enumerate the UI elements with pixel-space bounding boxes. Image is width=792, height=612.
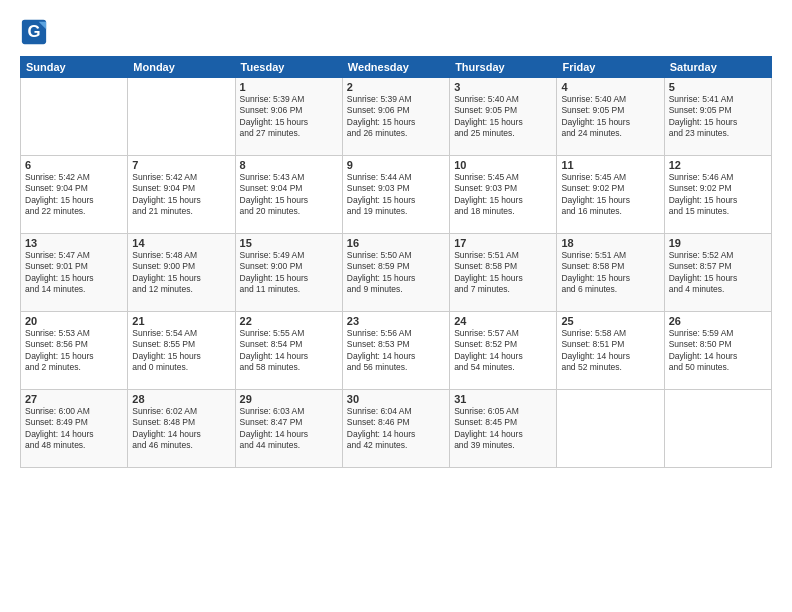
day-cell — [664, 390, 771, 468]
day-number: 28 — [132, 393, 230, 405]
day-cell: 13Sunrise: 5:47 AM Sunset: 9:01 PM Dayli… — [21, 234, 128, 312]
day-detail: Sunrise: 5:45 AM Sunset: 9:02 PM Dayligh… — [561, 172, 659, 218]
day-number: 15 — [240, 237, 338, 249]
logo-icon: G — [20, 18, 48, 46]
day-cell: 22Sunrise: 5:55 AM Sunset: 8:54 PM Dayli… — [235, 312, 342, 390]
day-cell: 11Sunrise: 5:45 AM Sunset: 9:02 PM Dayli… — [557, 156, 664, 234]
day-number: 5 — [669, 81, 767, 93]
day-cell: 10Sunrise: 5:45 AM Sunset: 9:03 PM Dayli… — [450, 156, 557, 234]
day-number: 19 — [669, 237, 767, 249]
day-number: 30 — [347, 393, 445, 405]
weekday-header-saturday: Saturday — [664, 57, 771, 78]
day-number: 17 — [454, 237, 552, 249]
day-detail: Sunrise: 5:58 AM Sunset: 8:51 PM Dayligh… — [561, 328, 659, 374]
week-row-2: 6Sunrise: 5:42 AM Sunset: 9:04 PM Daylig… — [21, 156, 772, 234]
day-detail: Sunrise: 5:56 AM Sunset: 8:53 PM Dayligh… — [347, 328, 445, 374]
day-number: 1 — [240, 81, 338, 93]
logo: G — [20, 18, 52, 46]
day-detail: Sunrise: 5:52 AM Sunset: 8:57 PM Dayligh… — [669, 250, 767, 296]
day-number: 27 — [25, 393, 123, 405]
day-cell: 24Sunrise: 5:57 AM Sunset: 8:52 PM Dayli… — [450, 312, 557, 390]
day-detail: Sunrise: 5:42 AM Sunset: 9:04 PM Dayligh… — [25, 172, 123, 218]
day-cell: 19Sunrise: 5:52 AM Sunset: 8:57 PM Dayli… — [664, 234, 771, 312]
day-detail: Sunrise: 5:41 AM Sunset: 9:05 PM Dayligh… — [669, 94, 767, 140]
day-detail: Sunrise: 6:02 AM Sunset: 8:48 PM Dayligh… — [132, 406, 230, 452]
day-number: 13 — [25, 237, 123, 249]
day-cell: 30Sunrise: 6:04 AM Sunset: 8:46 PM Dayli… — [342, 390, 449, 468]
day-cell: 21Sunrise: 5:54 AM Sunset: 8:55 PM Dayli… — [128, 312, 235, 390]
weekday-header-monday: Monday — [128, 57, 235, 78]
day-cell: 26Sunrise: 5:59 AM Sunset: 8:50 PM Dayli… — [664, 312, 771, 390]
day-cell — [128, 78, 235, 156]
day-number: 11 — [561, 159, 659, 171]
day-number: 6 — [25, 159, 123, 171]
day-cell: 18Sunrise: 5:51 AM Sunset: 8:58 PM Dayli… — [557, 234, 664, 312]
week-row-1: 1Sunrise: 5:39 AM Sunset: 9:06 PM Daylig… — [21, 78, 772, 156]
day-cell — [21, 78, 128, 156]
weekday-header-row: SundayMondayTuesdayWednesdayThursdayFrid… — [21, 57, 772, 78]
weekday-header-friday: Friday — [557, 57, 664, 78]
day-number: 24 — [454, 315, 552, 327]
day-cell: 3Sunrise: 5:40 AM Sunset: 9:05 PM Daylig… — [450, 78, 557, 156]
day-cell: 5Sunrise: 5:41 AM Sunset: 9:05 PM Daylig… — [664, 78, 771, 156]
day-cell: 8Sunrise: 5:43 AM Sunset: 9:04 PM Daylig… — [235, 156, 342, 234]
day-number: 31 — [454, 393, 552, 405]
week-row-4: 20Sunrise: 5:53 AM Sunset: 8:56 PM Dayli… — [21, 312, 772, 390]
day-cell: 28Sunrise: 6:02 AM Sunset: 8:48 PM Dayli… — [128, 390, 235, 468]
day-number: 21 — [132, 315, 230, 327]
day-number: 10 — [454, 159, 552, 171]
day-detail: Sunrise: 5:51 AM Sunset: 8:58 PM Dayligh… — [561, 250, 659, 296]
day-cell: 14Sunrise: 5:48 AM Sunset: 9:00 PM Dayli… — [128, 234, 235, 312]
day-detail: Sunrise: 6:00 AM Sunset: 8:49 PM Dayligh… — [25, 406, 123, 452]
day-detail: Sunrise: 5:59 AM Sunset: 8:50 PM Dayligh… — [669, 328, 767, 374]
weekday-header-tuesday: Tuesday — [235, 57, 342, 78]
day-number: 22 — [240, 315, 338, 327]
day-number: 12 — [669, 159, 767, 171]
day-detail: Sunrise: 5:39 AM Sunset: 9:06 PM Dayligh… — [240, 94, 338, 140]
day-cell: 23Sunrise: 5:56 AM Sunset: 8:53 PM Dayli… — [342, 312, 449, 390]
day-cell: 29Sunrise: 6:03 AM Sunset: 8:47 PM Dayli… — [235, 390, 342, 468]
header: G — [20, 18, 772, 46]
day-number: 23 — [347, 315, 445, 327]
day-number: 8 — [240, 159, 338, 171]
day-detail: Sunrise: 5:45 AM Sunset: 9:03 PM Dayligh… — [454, 172, 552, 218]
day-detail: Sunrise: 5:57 AM Sunset: 8:52 PM Dayligh… — [454, 328, 552, 374]
day-cell: 4Sunrise: 5:40 AM Sunset: 9:05 PM Daylig… — [557, 78, 664, 156]
day-detail: Sunrise: 5:40 AM Sunset: 9:05 PM Dayligh… — [561, 94, 659, 140]
day-detail: Sunrise: 6:03 AM Sunset: 8:47 PM Dayligh… — [240, 406, 338, 452]
day-cell: 7Sunrise: 5:42 AM Sunset: 9:04 PM Daylig… — [128, 156, 235, 234]
weekday-header-wednesday: Wednesday — [342, 57, 449, 78]
day-cell: 2Sunrise: 5:39 AM Sunset: 9:06 PM Daylig… — [342, 78, 449, 156]
day-number: 26 — [669, 315, 767, 327]
day-number: 14 — [132, 237, 230, 249]
day-detail: Sunrise: 5:47 AM Sunset: 9:01 PM Dayligh… — [25, 250, 123, 296]
day-cell: 15Sunrise: 5:49 AM Sunset: 9:00 PM Dayli… — [235, 234, 342, 312]
day-number: 18 — [561, 237, 659, 249]
calendar-page: G SundayMondayTuesdayWednesdayThursdayFr… — [0, 0, 792, 612]
day-detail: Sunrise: 6:04 AM Sunset: 8:46 PM Dayligh… — [347, 406, 445, 452]
day-number: 7 — [132, 159, 230, 171]
day-detail: Sunrise: 5:42 AM Sunset: 9:04 PM Dayligh… — [132, 172, 230, 218]
day-detail: Sunrise: 5:55 AM Sunset: 8:54 PM Dayligh… — [240, 328, 338, 374]
day-detail: Sunrise: 5:49 AM Sunset: 9:00 PM Dayligh… — [240, 250, 338, 296]
day-cell: 31Sunrise: 6:05 AM Sunset: 8:45 PM Dayli… — [450, 390, 557, 468]
day-number: 4 — [561, 81, 659, 93]
day-number: 3 — [454, 81, 552, 93]
day-cell: 25Sunrise: 5:58 AM Sunset: 8:51 PM Dayli… — [557, 312, 664, 390]
day-detail: Sunrise: 5:51 AM Sunset: 8:58 PM Dayligh… — [454, 250, 552, 296]
week-row-5: 27Sunrise: 6:00 AM Sunset: 8:49 PM Dayli… — [21, 390, 772, 468]
day-cell: 1Sunrise: 5:39 AM Sunset: 9:06 PM Daylig… — [235, 78, 342, 156]
day-cell: 17Sunrise: 5:51 AM Sunset: 8:58 PM Dayli… — [450, 234, 557, 312]
day-detail: Sunrise: 5:46 AM Sunset: 9:02 PM Dayligh… — [669, 172, 767, 218]
day-number: 20 — [25, 315, 123, 327]
day-number: 2 — [347, 81, 445, 93]
day-cell: 9Sunrise: 5:44 AM Sunset: 9:03 PM Daylig… — [342, 156, 449, 234]
day-cell: 12Sunrise: 5:46 AM Sunset: 9:02 PM Dayli… — [664, 156, 771, 234]
day-number: 9 — [347, 159, 445, 171]
week-row-3: 13Sunrise: 5:47 AM Sunset: 9:01 PM Dayli… — [21, 234, 772, 312]
weekday-header-thursday: Thursday — [450, 57, 557, 78]
day-number: 29 — [240, 393, 338, 405]
svg-text:G: G — [27, 22, 40, 41]
day-cell: 20Sunrise: 5:53 AM Sunset: 8:56 PM Dayli… — [21, 312, 128, 390]
day-number: 25 — [561, 315, 659, 327]
